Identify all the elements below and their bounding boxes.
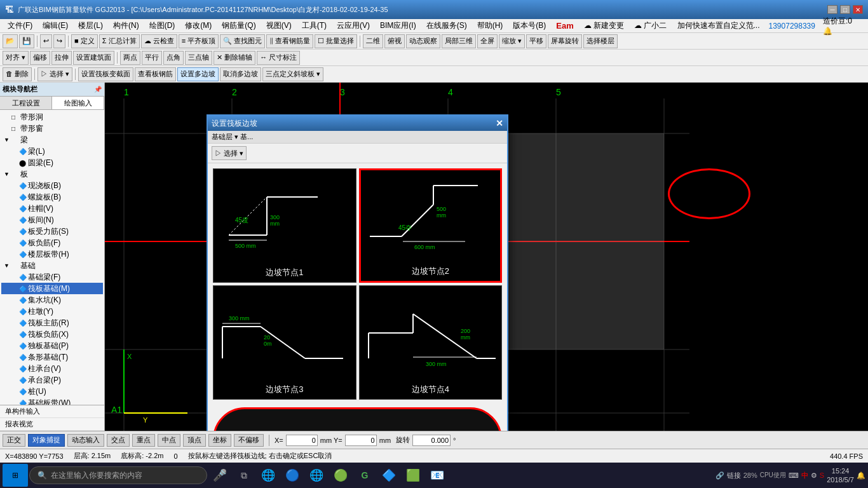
btn-fullscreen[interactable]: 全屏 — [477, 34, 498, 48]
taskbar-edge[interactable]: 🔵 — [281, 464, 304, 487]
btn-parallel[interactable]: 平行 — [142, 51, 162, 65]
btn-coord[interactable]: 坐标 — [208, 434, 231, 447]
taskbar-green-app2[interactable]: 🟩 — [402, 464, 424, 487]
btn-stretch[interactable]: 拉伸 — [51, 51, 72, 65]
tree-item-col-cap3[interactable]: 🔷 柱承台(V) — [1, 363, 103, 374]
taskbar-ie[interactable]: 🌐 — [257, 464, 280, 487]
tab-project-settings[interactable]: 工程设置 — [0, 97, 52, 109]
dialog-close-button[interactable]: ✕ — [496, 118, 503, 128]
tree-item-beam[interactable]: ▼ 梁 — [1, 134, 103, 146]
tree-item-strip-hole[interactable]: □ 带形洞 — [1, 111, 103, 123]
tree-item-found-band[interactable]: 🔷 基础板带(W) — [1, 397, 103, 405]
btn-batch-select[interactable]: ☐ 批量选择 — [315, 34, 357, 48]
btn-set-multi-slope[interactable]: 设置多边坡 — [177, 67, 219, 81]
slope-node-3[interactable]: 300 mm 20 0m 边坡节点3 — [213, 285, 356, 400]
btn-dynamic[interactable]: 动态观察 — [406, 34, 440, 48]
tree-item-beam-L[interactable]: 🔷 梁(L) — [1, 146, 103, 157]
menu-version[interactable]: 版本号(B) — [508, 19, 551, 32]
btn-no-offset[interactable]: 不偏移 — [234, 434, 264, 447]
panel-pin[interactable]: 📌 — [94, 86, 102, 93]
dialog-select-btn[interactable]: ▷ 选择 ▾ — [212, 146, 247, 160]
tree-item-strip-found[interactable]: 🔷 条形基础(T) — [1, 351, 103, 363]
btn-zoom[interactable]: 缩放 ▾ — [499, 34, 525, 48]
rotate-input[interactable] — [412, 435, 451, 446]
btn-set-slope-section[interactable]: 设置筏板变截面 — [78, 67, 133, 81]
menu-floor[interactable]: 楼层(L) — [73, 19, 108, 32]
btn-select-mode[interactable]: ▷ 选择 ▾ — [37, 67, 72, 81]
btn-2d[interactable]: 二维 — [363, 34, 383, 48]
btn-view-steel[interactable]: ∥ 查看钢筋量 — [266, 34, 313, 48]
tree-item-slab-rebar[interactable]: 🔷 板受力筋(S) — [1, 226, 103, 237]
btn-set-arch[interactable]: 设置建筑面 — [73, 51, 114, 65]
btn-cloud-check[interactable]: ☁ 云检查 — [141, 34, 177, 48]
btn-define[interactable]: ■ 定义 — [71, 34, 98, 48]
taskbar-task-view[interactable]: ⧉ — [233, 464, 255, 487]
menu-cloud[interactable]: 云应用(V) — [332, 19, 375, 32]
btn-center-pt[interactable]: 重点 — [132, 434, 155, 447]
minimize-button[interactable]: ─ — [827, 5, 837, 14]
btn-three-point-axis[interactable]: 三点轴 — [185, 51, 212, 65]
y-input[interactable] — [345, 435, 377, 446]
menu-view[interactable]: 视图(V) — [261, 19, 297, 32]
btn-view-slab-steel[interactable]: 查看板钢筋 — [135, 67, 176, 81]
btn-obj-snap[interactable]: 对象捕捉 — [28, 434, 65, 447]
tree-item-round-beam[interactable]: ⬤ 圆梁(E) — [1, 157, 103, 168]
tree-item-cast-slab[interactable]: 🔷 现浇板(B) — [1, 180, 103, 191]
taskbar-gfont[interactable]: G — [353, 464, 376, 487]
btn-dyn-input[interactable]: 动态输入 — [67, 434, 104, 447]
tree-item-pile[interactable]: 🔷 桩(U) — [1, 386, 103, 397]
tree-item-sump[interactable]: 🔷 集水坑(K) — [1, 294, 103, 306]
btn-sum[interactable]: Σ 汇总计算 — [99, 34, 140, 48]
btn-ortho[interactable]: 正交 — [3, 434, 25, 447]
btn-redo[interactable]: ↪ — [53, 34, 65, 48]
btn-two-point[interactable]: 两点 — [120, 51, 140, 65]
taskbar-green-app[interactable]: 🟢 — [329, 464, 352, 487]
tree-item-floor-band[interactable]: 🔷 楼层板带(H) — [1, 248, 103, 260]
report-view[interactable]: 报表视览 — [0, 418, 104, 431]
menu-help[interactable]: 帮助(H) — [472, 19, 508, 32]
btn-offset[interactable]: 偏移 — [30, 51, 50, 65]
menu-component[interactable]: 构件(N) — [108, 19, 144, 32]
btn-open[interactable]: 📂 — [3, 34, 18, 48]
btn-find-element[interactable]: 🔍 查找图元 — [220, 34, 265, 48]
start-button[interactable]: ⊞ — [3, 464, 28, 487]
new-change-btn[interactable]: ☁ 新建变更 — [579, 19, 629, 32]
tree-item-found-beam[interactable]: 🔷 基础梁(F) — [1, 271, 103, 283]
slope-node-2[interactable]: 45夺 600 mm 500 mm 边坡节点2 — [359, 168, 503, 283]
btn-align-top[interactable]: ≡ 平齐板顶 — [179, 34, 219, 48]
taskbar-cortana[interactable]: 🎤 — [208, 464, 231, 487]
tree-item-neg-rebar[interactable]: 🔷 板负筋(F) — [1, 237, 103, 248]
tree-item-strip-window[interactable]: □ 带形窗 — [1, 123, 103, 134]
menu-modify[interactable]: 修改(M) — [180, 19, 217, 32]
guangxiaor-btn[interactable]: ☁ 广小二 — [629, 19, 672, 32]
menu-draw[interactable]: 绘图(D) — [144, 19, 180, 32]
taskbar-ie2[interactable]: 🌐 — [305, 464, 328, 487]
menu-tools[interactable]: 工具(T) — [297, 19, 332, 32]
btn-three-point-slope[interactable]: 三点定义斜坡板 ▾ — [262, 67, 323, 81]
maximize-button[interactable]: □ — [840, 5, 850, 14]
x-input[interactable] — [286, 435, 318, 446]
btn-dim-note[interactable]: ↔ 尺寸标注 — [257, 51, 300, 65]
btn-undo[interactable]: ↩ — [40, 34, 52, 48]
btn-cancel-multi-slope[interactable]: 取消多边坡 — [220, 67, 261, 81]
slope-node-dialog[interactable]: 设置筏板边坡 ✕ 基础层 ▾ 基... ▷ 选择 ▾ — [207, 114, 508, 431]
btn-delete-slab[interactable]: 🗑 删除 — [3, 67, 32, 81]
tree-item-spiral-slab[interactable]: 🔷 螺旋板(B) — [1, 191, 103, 203]
slope-node-1[interactable]: 45度 500 mm 300 mm 边坡节点1 — [213, 168, 356, 283]
btn-select-floor[interactable]: 选择楼层 — [583, 34, 618, 48]
menu-steel[interactable]: 钢筋量(Q) — [217, 19, 261, 32]
tree-item-slab-between[interactable]: 🔷 板间(N) — [1, 214, 103, 226]
btn-top-view[interactable]: 俯视 — [384, 34, 405, 48]
btn-align[interactable]: 对齐 ▾ — [3, 51, 29, 65]
taskbar-search[interactable]: 🔍 在这里输入你要搜索的内容 — [29, 466, 207, 484]
btn-local-3d[interactable]: 局部三维 — [442, 34, 476, 48]
menu-file[interactable]: 文件(F) — [3, 19, 37, 32]
btn-intersection[interactable]: 交点 — [107, 434, 130, 447]
btn-screen-rotate[interactable]: 屏幕旋转 — [548, 34, 582, 48]
slope-node-4[interactable]: 300 mm 200 mm 边坡节点4 — [359, 285, 503, 400]
tree-item-foundation[interactable]: ▼ 基础 — [1, 260, 103, 271]
btn-midpoint[interactable]: 中点 — [158, 434, 180, 447]
taskbar-blue-app[interactable]: 🔷 — [377, 464, 400, 487]
tree-item-raft-main[interactable]: 🔷 筏板主筋(R) — [1, 317, 103, 329]
btn-vertex[interactable]: 顶点 — [183, 434, 206, 447]
